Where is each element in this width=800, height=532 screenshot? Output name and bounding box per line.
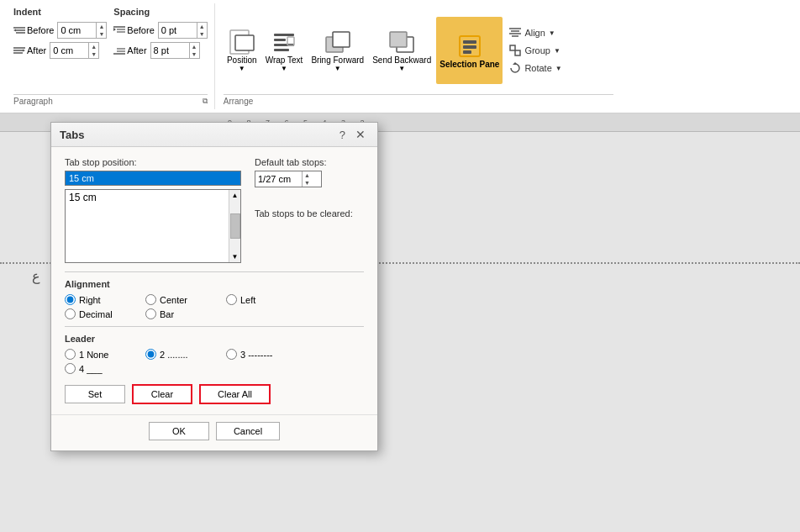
default-tab-stops-input[interactable]: ▲ ▼ [255,171,322,187]
dialog-help-button[interactable]: ? [336,128,349,141]
leader-2[interactable]: 2 ........ [145,349,213,360]
radio-center-input[interactable] [145,294,156,305]
cancel-button[interactable]: Cancel [216,422,280,440]
selection-pane-label: Selection Pane [439,60,499,69]
spacing-before-arrows[interactable]: ▲ ▼ [197,23,207,38]
spacing-after-down[interactable]: ▼ [190,50,199,58]
spacing-after-field[interactable] [151,43,189,58]
indent-before-down[interactable]: ▼ [97,30,106,38]
dialog-titlebar: Tabs ? ✕ [51,123,377,147]
indent-after-down[interactable]: ▼ [89,50,98,58]
radio-right[interactable]: Right [65,294,132,305]
spacing-after-arrows[interactable]: ▲ ▼ [189,43,199,58]
rotate-button[interactable]: Rotate ▼ [504,60,566,76]
leader-3[interactable]: 3 -------- [226,349,293,360]
leader-4-input[interactable] [65,363,76,374]
ribbon: Indent Before [0,0,800,113]
leader-3-input[interactable] [226,349,237,360]
indent-after-input[interactable]: ▲ ▼ [50,42,99,59]
position-icon [229,29,255,55]
group-dropdown-icon: ▼ [554,47,561,55]
indent-after-up[interactable]: ▲ [89,43,98,50]
send-backward-icon [388,29,415,55]
radio-left-input[interactable] [226,294,237,305]
spacing-before-row: Before ▲ ▼ [113,22,207,39]
position-button[interactable]: Position ▼ [224,17,261,84]
svg-rect-25 [390,32,407,47]
default-stops-down[interactable]: ▼ [303,179,312,187]
radio-decimal-input[interactable] [65,308,76,319]
tab-list-scrollbar[interactable]: ▲ ▼ [229,190,240,262]
tab-list-item[interactable]: 15 cm [66,190,240,205]
ok-button[interactable]: OK [149,422,209,440]
selection-pane-icon [456,33,483,60]
right-buttons-group: Align ▼ Group ▼ [504,24,566,76]
send-backward-button[interactable]: Send Backward ▼ [369,17,434,84]
selection-pane-button[interactable]: Selection Pane [436,17,503,84]
spacing-before-icon [113,26,125,34]
tab-stop-position-input[interactable] [65,171,241,186]
align-icon [509,27,521,39]
ribbon-content: Indent Before [0,0,800,113]
svg-marker-7 [23,50,25,52]
alignment-row-2: Decimal Bar [65,308,364,319]
svg-rect-27 [463,40,476,44]
dialog-body: Tab stop position: 15 cm ▲ ▼ [51,147,377,414]
spacing-before-up[interactable]: ▲ [197,23,207,30]
clear-all-button[interactable]: Clear All [199,384,271,404]
spacing-after-row: After ▲ ▼ [113,42,207,59]
indent-after-row: After ▲ ▼ [13,42,107,59]
indent-before-arrows[interactable]: ▲ ▼ [96,23,106,38]
leader-1-input[interactable] [65,349,76,360]
svg-rect-28 [463,45,476,49]
radio-decimal[interactable]: Decimal [65,308,132,319]
wrap-text-dropdown-icon: ▼ [281,65,287,72]
dialog-divider-1 [65,271,364,272]
bring-forward-button[interactable]: Bring Forward ▼ [308,17,367,84]
bring-forward-label: Bring Forward [311,55,364,65]
default-tab-stops-field[interactable] [255,171,302,187]
leader-4[interactable]: 4 ___ [65,363,132,374]
rotate-label: Rotate [524,63,551,73]
spacing-after-up[interactable]: ▲ [190,43,199,50]
dialog-close-button[interactable]: ✕ [352,128,369,141]
paragraph-title-row: Paragraph ⧉ [13,94,208,106]
default-tab-stops-arrows[interactable]: ▲ ▼ [302,171,312,187]
scrollbar-thumb[interactable] [230,213,240,239]
scrollbar-down-button[interactable]: ▼ [230,251,240,262]
svg-marker-11 [113,28,116,31]
leader-2-input[interactable] [145,349,156,360]
spacing-before-down[interactable]: ▼ [197,30,207,38]
group-button[interactable]: Group ▼ [504,42,566,59]
set-button[interactable]: Set [65,385,125,403]
radio-center[interactable]: Center [145,294,213,305]
indent-before-up[interactable]: ▲ [97,23,106,30]
indent-before-input[interactable]: ▲ ▼ [57,22,107,39]
arrange-buttons-group: Position ▼ Wrap Text ▼ [224,7,613,94]
indent-before-field[interactable] [58,23,96,38]
indent-col: Indent Before [13,7,107,59]
indent-after-field[interactable] [50,43,88,58]
tab-stops-cleared-section: Tab stops to be cleared: [255,208,353,219]
default-stops-up[interactable]: ▲ [303,171,312,179]
dialog-divider-2 [65,326,364,327]
radio-left[interactable]: Left [226,294,293,305]
tab-list[interactable]: 15 cm ▲ ▼ [65,189,241,263]
bring-forward-icon [324,29,351,55]
radio-right-input[interactable] [65,294,76,305]
indent-spacing-section: Indent Before [7,3,215,109]
radio-bar[interactable]: Bar [145,308,213,319]
align-button[interactable]: Align ▼ [504,24,566,41]
radio-bar-input[interactable] [145,308,156,319]
spacing-before-input[interactable]: ▲ ▼ [158,22,208,39]
wrap-text-button[interactable]: Wrap Text ▼ [262,17,307,84]
spacing-after-input[interactable]: ▲ ▼ [150,42,200,59]
indent-after-arrows[interactable]: ▲ ▼ [88,43,98,58]
spacing-after-label: After [113,45,146,55]
clear-button[interactable]: Clear [132,384,192,404]
radio-bar-label: Bar [160,309,174,319]
scrollbar-up-button[interactable]: ▲ [230,190,240,201]
spacing-before-field[interactable] [159,23,197,38]
paragraph-expand-button[interactable]: ⧉ [203,97,208,106]
leader-1[interactable]: 1 None [65,349,132,360]
